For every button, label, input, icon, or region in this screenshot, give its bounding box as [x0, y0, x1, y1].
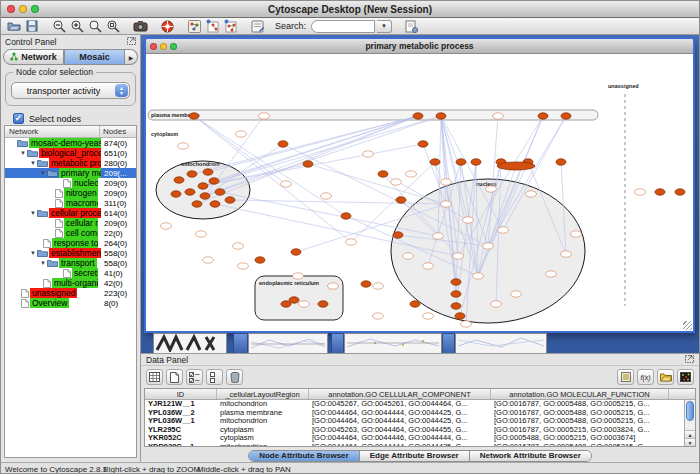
network-node[interactable]	[281, 301, 291, 307]
background-window-fragment-logo[interactable]	[153, 333, 227, 353]
network-node[interactable]	[185, 189, 195, 195]
network-node[interactable]	[215, 189, 225, 195]
expander-icon[interactable]: ▼	[29, 210, 37, 216]
select-nodes-checkbox[interactable]: ✓	[13, 113, 24, 124]
network-node-small[interactable]	[546, 271, 557, 277]
network-node-small[interactable]	[483, 243, 494, 249]
network-node[interactable]	[456, 159, 466, 165]
network-node-wide[interactable]	[497, 162, 535, 170]
tree-row-cellular-metabo[interactable]: cellular metabo209(0)	[5, 218, 136, 228]
network-node[interactable]	[361, 281, 371, 287]
network-node[interactable]	[396, 197, 406, 203]
network-node-small[interactable]	[571, 231, 582, 237]
tree-row-establishment-of-lo[interactable]: ▼establishment of lo558(0)	[5, 248, 136, 258]
network-node-small[interactable]	[493, 113, 504, 119]
open-icon[interactable]	[6, 19, 22, 34]
import-attributes-icon[interactable]	[657, 369, 674, 385]
network-node-small[interactable]	[178, 143, 189, 149]
network-node-small[interactable]	[511, 291, 522, 297]
network-node[interactable]	[198, 183, 208, 189]
network-node-small[interactable]	[281, 181, 292, 187]
control-panel-float-icon[interactable]	[127, 37, 136, 47]
expander-icon[interactable]: ▼	[19, 150, 27, 156]
attribute-editor-icon[interactable]	[617, 369, 634, 385]
edit-network-nodes-icon[interactable]	[204, 19, 220, 34]
network-node[interactable]	[209, 178, 219, 184]
tree-row-metabolic-process[interactable]: ▼metabolic process280(0)	[5, 158, 136, 168]
network-node[interactable]	[413, 113, 423, 119]
network-node-small[interactable]	[373, 313, 384, 319]
network-node-small[interactable]	[453, 253, 464, 259]
network-node[interactable]	[203, 169, 213, 175]
expander-icon[interactable]: ▼	[39, 260, 47, 266]
table-row-YPL036W__2[interactable]: YPL036W__2plasma membrane[GO:0044464, GO…	[145, 409, 695, 418]
select-attributes-icon[interactable]	[186, 369, 203, 385]
network-node[interactable]	[171, 191, 181, 197]
expander-icon[interactable]: ▼	[39, 170, 47, 176]
network-node[interactable]	[471, 159, 481, 165]
network-node-small[interactable]	[236, 131, 247, 137]
network-node-small[interactable]	[196, 231, 207, 237]
formula-builder-icon[interactable]: f(x)	[637, 369, 654, 385]
zoom-fit-icon[interactable]	[87, 19, 103, 34]
network-node-small[interactable]	[498, 227, 509, 233]
compartment-mitochondrion[interactable]	[156, 161, 250, 219]
network-node[interactable]	[451, 303, 461, 309]
network-node-small[interactable]	[346, 239, 357, 245]
network-node[interactable]	[561, 113, 571, 119]
network-node-small[interactable]	[526, 191, 537, 197]
table-row-YDR039C__1[interactable]: YDR039C__1mitochondrion[GO:0044464, GO:0…	[145, 443, 695, 448]
table-vertical-scrollbar[interactable]: ▲ ▼	[684, 400, 695, 446]
network-node[interactable]	[255, 257, 265, 263]
network-node-small[interactable]	[293, 273, 304, 279]
network-node[interactable]	[189, 113, 199, 119]
network-node[interactable]	[436, 113, 446, 119]
frame-zoom-button[interactable]	[170, 43, 177, 50]
tab-node-attribute-browser[interactable]: Node Attribute Browser	[249, 451, 360, 461]
table-row-YPL036W__1[interactable]: YPL036W__1mitochondrion[GO:0044464, GO:0…	[145, 417, 695, 426]
compartment-plasma-membrane[interactable]	[148, 110, 598, 120]
tree-row-overview[interactable]: Overview8(0)	[5, 298, 136, 308]
search-dropdown-button[interactable]: ▼	[377, 20, 392, 33]
network-node[interactable]	[538, 113, 548, 119]
tree-row-macromolecule[interactable]: macromolecule311(0)	[5, 198, 136, 208]
network-node[interactable]	[174, 177, 184, 183]
network-node-small[interactable]	[441, 201, 452, 207]
network-node[interactable]	[393, 232, 403, 238]
unselect-attributes-icon[interactable]	[206, 369, 223, 385]
frame-minimize-button[interactable]	[160, 43, 167, 50]
network-node[interactable]	[225, 197, 235, 203]
network-node-small[interactable]	[461, 321, 472, 327]
network-node[interactable]	[655, 189, 665, 195]
scroll-down-icon[interactable]: ▼	[685, 438, 695, 446]
network-node-small[interactable]	[363, 151, 374, 157]
network-node-small[interactable]	[321, 193, 332, 199]
delete-attribute-icon[interactable]	[226, 369, 243, 385]
tree-row-unassigned[interactable]: unassigned223(0)	[5, 288, 136, 298]
zoom-in-icon[interactable]	[69, 19, 85, 34]
network-node[interactable]	[291, 249, 301, 255]
network-node[interactable]	[418, 141, 428, 147]
network-canvas[interactable]: plasma membranecytoplasmmitochondrionnuc…	[146, 54, 693, 331]
help-lifering-icon[interactable]	[159, 19, 175, 34]
network-node[interactable]	[455, 313, 465, 319]
window-close-button[interactable]	[7, 5, 15, 13]
network-node-small[interactable]	[491, 301, 502, 307]
network-node-small[interactable]	[259, 113, 270, 119]
network-node-small[interactable]	[441, 179, 452, 185]
network-node[interactable]	[192, 201, 202, 207]
background-window-fragment[interactable]	[455, 333, 547, 353]
save-icon[interactable]	[24, 19, 40, 34]
tree-row-primary-metabo[interactable]: ▼primary metabo209(...	[5, 168, 136, 178]
network-node[interactable]	[341, 213, 351, 219]
column-header-2[interactable]: annotation.GO CELLULAR_COMPONENT	[309, 389, 491, 399]
column-header-3[interactable]: annotation.GO MOLECULAR_FUNCTION	[491, 389, 669, 399]
network-node-small[interactable]	[406, 171, 417, 177]
expander-icon[interactable]: ▼	[29, 250, 37, 256]
tab-network-attribute-browser[interactable]: Network Attribute Browser	[470, 451, 591, 461]
network-node-small[interactable]	[403, 253, 414, 259]
background-window-fragment[interactable]	[331, 333, 344, 353]
network-node[interactable]	[318, 301, 328, 307]
background-window-fragment[interactable]	[248, 333, 328, 353]
scroll-up-icon[interactable]: ▲	[685, 430, 695, 438]
